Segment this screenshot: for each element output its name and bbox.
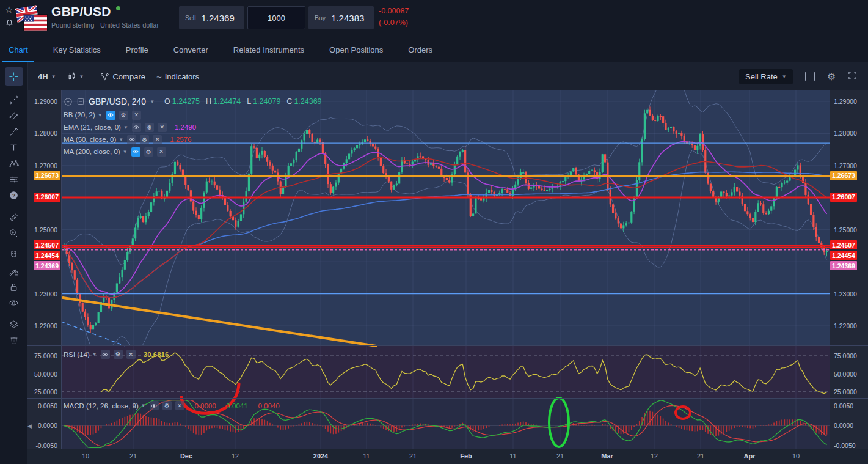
indicator-visibility-button[interactable] xyxy=(106,111,115,120)
ohlc-h: H1.24474 xyxy=(206,97,241,106)
tool-magnet-icon[interactable] xyxy=(5,247,23,263)
compare-button[interactable]: Compare xyxy=(95,68,150,85)
collapse-square-icon[interactable] xyxy=(76,97,85,106)
usd-flag-icon xyxy=(24,15,47,31)
indicator-settings-button[interactable]: ⚙ xyxy=(140,135,149,144)
time-tick-label: Dec xyxy=(180,452,192,460)
time-axis[interactable]: 1021Dec1220241121Feb1121Mar1221Apr10 xyxy=(27,449,868,464)
sell-button[interactable]: Sell 1.24369 xyxy=(179,6,244,29)
buy-button[interactable]: Buy 1.24383 xyxy=(308,6,374,29)
alert-bell-icon[interactable] xyxy=(5,18,17,29)
tab-related-instruments[interactable]: Related Instruments xyxy=(225,37,313,62)
tab-orders[interactable]: Orders xyxy=(399,37,441,62)
interval-selector[interactable]: 4H▼ xyxy=(32,68,62,85)
tab-open-positions[interactable]: Open Positions xyxy=(321,37,392,62)
time-tick-label: 21 xyxy=(697,452,704,460)
interval-label: 4H xyxy=(38,72,48,81)
tool-parallel-channel-icon[interactable] xyxy=(5,108,23,123)
page-title: GBP/USD xyxy=(51,4,111,19)
price-badge: 1.24369 xyxy=(830,261,857,270)
indicator-visibility-button[interactable] xyxy=(127,135,136,144)
compare-icon xyxy=(100,72,109,81)
axis-tick-label: 75.0000 xyxy=(34,352,57,359)
indicator-remove-button[interactable]: ✕ xyxy=(153,135,162,144)
indicator-remove-button[interactable]: ✕ xyxy=(126,350,136,359)
indicator-settings-button[interactable]: ⚙ xyxy=(144,147,153,157)
indicator-label: MA (200, close, 0) xyxy=(64,148,120,155)
axis-tick-label: 0.0000 xyxy=(834,422,853,429)
indicator-settings-button[interactable]: ⚙ xyxy=(119,111,128,120)
snapshot-icon[interactable] xyxy=(805,72,815,81)
ohlc-o: O1.24275 xyxy=(164,97,200,106)
axis-tick-label: 1.29000 xyxy=(34,98,57,105)
tab-key-statistics[interactable]: Key Statistics xyxy=(45,37,109,62)
fullscreen-icon[interactable] xyxy=(848,71,857,83)
squiggle-icon: ~ xyxy=(156,72,162,82)
indicator-visibility-button[interactable] xyxy=(150,401,159,410)
axis-tick-label: 1.29000 xyxy=(834,98,857,105)
tool-trend-line-icon[interactable] xyxy=(5,92,23,108)
indicator-settings-button[interactable]: ⚙ xyxy=(114,350,123,359)
indicator-remove-button[interactable]: ✕ xyxy=(132,111,141,120)
legend-symbol[interactable]: GBP/USD, 240 xyxy=(89,97,146,106)
indicator-remove-button[interactable]: ✕ xyxy=(158,123,167,132)
macd-value: -0.0040 xyxy=(256,402,280,410)
indicator-label: BB (20, 2) xyxy=(64,111,95,119)
chart-style-selector[interactable]: ▼ xyxy=(62,68,90,86)
indicator-value: 1.2490 xyxy=(175,123,196,131)
ohlc-l: L1.24079 xyxy=(247,97,280,106)
gear-icon[interactable]: ⚙ xyxy=(827,71,836,83)
tool-text-icon[interactable] xyxy=(5,139,23,155)
price-badge: 1.24454 xyxy=(830,251,857,260)
tool-ruler-icon[interactable] xyxy=(5,209,23,225)
tool-brush-icon[interactable] xyxy=(5,123,23,139)
tool-trash-icon[interactable] xyxy=(5,333,23,348)
indicator-remove-button[interactable]: ✕ xyxy=(175,401,184,410)
indicator-row-bb: BB (20, 2)▼⚙✕ xyxy=(64,109,322,121)
axis-tick-label: -0.0050 xyxy=(35,442,57,449)
rsi-label: RSI (14) xyxy=(64,351,90,358)
price-axis-right[interactable]: 1.290001.280001.270001.250001.230001.220… xyxy=(830,90,868,449)
indicator-remove-button[interactable]: ✕ xyxy=(157,147,166,157)
tool-eye-icon[interactable] xyxy=(5,295,23,311)
tool-draw-lock-icon[interactable] xyxy=(5,263,23,279)
indicator-value: 1.2576 xyxy=(170,136,191,143)
quantity-input[interactable]: 1000 xyxy=(247,6,305,29)
tab-converter[interactable]: Converter xyxy=(165,37,217,62)
collapse-panel-arrow[interactable]: ◀ xyxy=(27,423,32,429)
sell-price: 1.24369 xyxy=(202,13,235,23)
tool-xabcd-pattern-icon[interactable] xyxy=(5,155,23,171)
price-axis-left[interactable]: 1.290001.280001.270001.250001.230001.220… xyxy=(27,90,61,449)
rate-type-selector[interactable]: Sell Rate▼ xyxy=(739,69,793,84)
rate-type-label: Sell Rate xyxy=(745,72,778,81)
indicator-visibility-button[interactable] xyxy=(132,123,141,132)
indicator-visibility-button[interactable] xyxy=(101,350,110,359)
axis-tick-label: 0.0050 xyxy=(38,402,57,410)
tab-profile[interactable]: Profile xyxy=(117,37,157,62)
time-tick-label: 11 xyxy=(363,452,370,460)
tab-chart[interactable]: Chart xyxy=(0,37,37,62)
tool-layers-icon[interactable] xyxy=(5,317,23,333)
indicator-visibility-button[interactable] xyxy=(131,147,140,157)
tool-crosshair[interactable] xyxy=(5,67,23,86)
tool-zoom-in-icon[interactable] xyxy=(5,225,23,241)
price-badge: 1.24507 xyxy=(830,240,857,249)
tool-help-icon[interactable]: ? xyxy=(5,187,23,203)
time-tick-label: 2024 xyxy=(313,452,328,460)
time-tick-label: 10 xyxy=(792,452,800,460)
indicator-row-ma: MA (200, close, 0)▼⚙✕ xyxy=(64,145,322,158)
tool-long-position-icon[interactable] xyxy=(5,171,23,187)
chart-toolbar: 4H▼ ▼ Compare ~ Indicators Sell Rate▼ ⚙ xyxy=(27,62,868,91)
price-badge: 1.26007 xyxy=(34,193,60,202)
symbol-legend-row: GBP/USD, 240▼O1.24275H1.24474L1.24079C1.… xyxy=(64,94,322,109)
time-tick-label: 21 xyxy=(556,452,564,460)
indicator-row-ema: EMA (21, close, 0)▼⚙✕1.2490 xyxy=(64,121,322,133)
ohlc-values: O1.24275H1.24474L1.24079C1.24369 xyxy=(164,97,322,106)
chevron-circle-icon[interactable] xyxy=(64,97,73,106)
tool-lock-icon[interactable] xyxy=(5,279,23,295)
indicator-settings-button[interactable]: ⚙ xyxy=(162,401,172,410)
indicators-button[interactable]: ~ Indicators xyxy=(151,68,205,86)
ohlc-c-value: 1.24369 xyxy=(294,97,321,106)
indicator-settings-button[interactable]: ⚙ xyxy=(145,123,154,132)
ohlc-l-value: 1.24079 xyxy=(253,97,280,106)
